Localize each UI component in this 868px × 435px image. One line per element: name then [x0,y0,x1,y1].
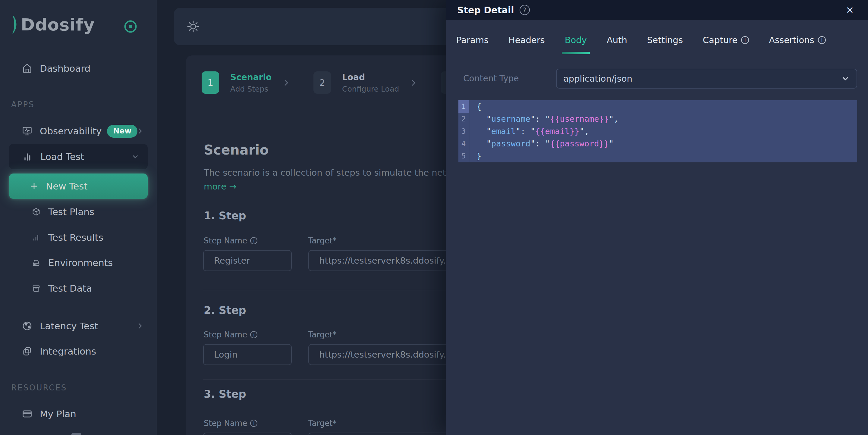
stepper-step-1-subtitle: Add Steps [230,85,272,93]
sidebar-item-label: Observability [40,126,101,136]
tab-auth[interactable]: Auth [607,35,627,54]
sidebar-item-test-results[interactable]: Test Results [0,228,157,247]
content-type-select[interactable]: application/json [556,69,857,89]
ddosify-logo[interactable]: Ddosify [11,14,95,35]
step-1-name-input[interactable]: Register [203,250,292,271]
step-name-label-text: Step Name [204,236,247,245]
bar-chart-icon [22,151,33,162]
sidebar-item-test-plans[interactable]: Test Plans [0,202,157,222]
chevron-down-icon [841,74,850,83]
step-3-name-input[interactable] [203,433,292,435]
monitor-icon [22,126,33,136]
tab-bar: Params Headers Body Auth Settings Captur… [456,35,826,54]
copy-icon [22,346,33,357]
sidebar-item-test-data[interactable]: Test Data [0,279,157,298]
sidebar-item-label: Dashboard [40,63,90,74]
step-2-name-label: Step Name i [204,330,257,339]
partial-next-item-icon [71,433,81,435]
stepper-step-1-number[interactable]: 1 [202,71,219,94]
logo-row: Ddosify [11,12,147,42]
resources-section-label: RESOURCES [11,383,67,392]
sidebar-item-label: Latency Test [40,321,98,331]
drawer-header: Step Detail ? ✕ [446,0,868,20]
step-name-label-text: Step Name [204,419,247,428]
body-code-editor[interactable]: 12345 { "username": "{{username}}", "ema… [458,100,857,162]
step-1-target-label: Target* [308,236,336,245]
tab-capture-label: Capture [703,35,738,45]
info-icon: i [250,237,257,244]
scenario-title: Scenario [204,142,269,158]
sidebar-item-label: Test Plans [48,206,94,217]
chevron-right-icon [410,79,417,87]
tab-settings[interactable]: Settings [647,35,683,54]
step-2-heading: 2. Step [204,304,246,316]
sidebar-item-environments[interactable]: Environments [0,253,157,272]
step-detail-drawer: Step Detail ? ✕ Params Headers Body Auth… [446,0,868,435]
stepper-step-2-number[interactable]: 2 [313,71,331,94]
tab-assertions[interactable]: Assertions i [769,35,826,54]
content-type-label: Content Type [463,73,519,83]
sidebar-item-load-test[interactable]: Load Test [9,144,148,169]
step-1-heading: 1. Step [204,210,246,222]
tab-capture[interactable]: Capture i [703,35,749,54]
sidebar-item-label: New Test [46,181,88,192]
stepper-step-2-subtitle: Configure Load [342,85,399,93]
sidebar-item-label: Load Test [40,151,84,162]
apps-section-label: APPS [11,100,35,109]
ddosify-logo-mark-icon [11,14,20,35]
logo-text: Ddosify [21,15,95,34]
chevron-right-icon [282,79,290,87]
sidebar-item-label: Environments [48,257,113,268]
sidebar-item-integrations[interactable]: Integrations [0,342,157,361]
step-3-target-label: Target* [308,419,336,428]
info-icon: i [250,420,257,427]
stepper-step-2-title: Load [342,72,399,82]
chevron-right-icon [135,322,145,331]
tab-params[interactable]: Params [456,35,489,54]
server-icon [31,258,41,268]
help-icon[interactable]: ? [520,5,530,15]
scenario-description: The scenario is a collection of steps to… [204,167,467,178]
results-chart-icon [31,233,41,242]
sidebar: Ddosify Dashboard APPS Observability New [0,0,157,435]
sidebar-item-label: Test Results [48,232,103,243]
credit-card-icon [22,408,33,419]
drawer-title: Step Detail [457,5,514,15]
info-icon: i [741,36,749,44]
load-test-row: Load Test [9,147,148,166]
sidebar-item-label: Integrations [40,346,96,357]
plus-icon [29,181,39,191]
stepper-step-2[interactable]: Load Configure Load [342,72,399,93]
code-gutter: 12345 [458,100,469,162]
close-icon[interactable]: ✕ [844,4,856,16]
tab-headers[interactable]: Headers [508,35,545,54]
step-2-target-label: Target* [308,330,336,339]
package-icon [31,207,41,216]
step-1-name-label: Step Name i [204,236,257,245]
stepper-step-1[interactable]: Scenario Add Steps [230,72,272,93]
tab-body[interactable]: Body [565,35,587,54]
step-2-name-input[interactable]: Login [203,344,292,365]
sidebar-item-latency-test[interactable]: Latency Test [0,316,157,336]
target-icon[interactable] [123,19,138,34]
app-screen: Ddosify Dashboard APPS Observability New [0,0,868,435]
sun-theme-toggle-icon[interactable] [186,19,200,34]
globe-icon [22,321,33,331]
sidebar-item-label: My Plan [40,408,76,419]
sidebar-item-new-test[interactable]: New Test [9,173,148,199]
more-link[interactable]: more → [204,181,237,192]
step-3-heading: 3. Step [204,388,246,400]
step-name-label-text: Step Name [204,330,247,339]
tab-assertions-label: Assertions [769,35,814,45]
info-icon: i [250,331,257,338]
chevron-down-icon [131,152,140,161]
sidebar-item-label: Test Data [48,283,92,294]
home-icon [22,63,33,74]
content-type-value: application/json [563,73,632,84]
sidebar-item-observability[interactable]: Observability New [0,122,157,141]
new-badge: New [107,125,137,138]
info-icon: i [818,36,826,44]
sidebar-item-my-plan[interactable]: My Plan [0,404,157,424]
sidebar-item-dashboard[interactable]: Dashboard [0,59,157,78]
chevron-right-icon [135,127,145,136]
